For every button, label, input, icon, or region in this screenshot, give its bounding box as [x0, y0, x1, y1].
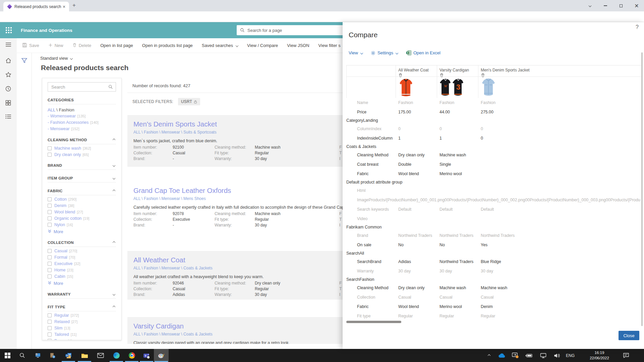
volume-icon[interactable] — [552, 349, 562, 362]
taskbar-chrome-icon[interactable] — [124, 349, 139, 362]
checkbox[interactable] — [48, 326, 52, 330]
checkbox[interactable] — [48, 274, 52, 278]
facet-more-link[interactable]: More — [48, 229, 116, 234]
action-view-filter-s[interactable]: View filter s — [318, 43, 341, 48]
checkbox[interactable] — [48, 313, 52, 317]
battery-icon[interactable] — [524, 349, 534, 362]
notifications-icon[interactable] — [620, 349, 632, 362]
vertical-scrollbar[interactable] — [641, 52, 643, 326]
cast-screen-icon[interactable] — [510, 349, 520, 362]
facet-option[interactable]: Cotton[290] — [48, 197, 116, 202]
facet-option[interactable]: Regular[372] — [48, 313, 116, 318]
category-link[interactable]: - Fashion Accessories[140] — [48, 120, 116, 125]
checkbox[interactable] — [48, 146, 52, 150]
favorites-star-icon[interactable] — [5, 72, 11, 78]
taskbar-edge-icon[interactable] — [109, 349, 124, 362]
onedrive-icon[interactable] — [497, 349, 507, 362]
checkbox[interactable] — [48, 268, 52, 272]
home-icon[interactable] — [5, 58, 11, 64]
facet-option[interactable]: Machine wash[362] — [48, 146, 116, 151]
action-new[interactable]: New — [48, 43, 63, 48]
network-icon[interactable] — [538, 349, 548, 362]
action-saved-searches[interactable]: Saved searches — [202, 43, 238, 48]
modules-list-icon[interactable] — [5, 114, 11, 120]
tray-chevron-up-icon[interactable] — [485, 349, 493, 362]
facet-option[interactable]: Formal[70] — [48, 255, 116, 260]
facet-option[interactable]: Relaxed[27] — [48, 319, 116, 324]
facet-option[interactable]: Executive[32] — [48, 261, 116, 266]
filter-funnel-icon[interactable] — [21, 57, 27, 64]
nav-hamburger-icon[interactable] — [5, 42, 11, 48]
facet-option[interactable]: Tailored[11] — [48, 332, 116, 337]
checkbox[interactable] — [48, 197, 52, 201]
view-menu-button[interactable]: View — [349, 50, 363, 55]
facet-option[interactable]: Wool blend[27] — [48, 210, 116, 214]
taskbar-paint-icon[interactable] — [154, 349, 169, 362]
facet-option[interactable]: Slim[13] — [48, 326, 116, 330]
action-view-compare[interactable]: View / Compare — [247, 43, 278, 48]
facet-option[interactable]: Denim[38] — [48, 203, 116, 208]
taskbar-search-icon[interactable] — [15, 349, 30, 362]
workspaces-icon[interactable] — [5, 100, 11, 106]
taskbar-admin-tools-icon[interactable] — [31, 349, 45, 362]
facet-option[interactable]: Dry clean only[65] — [48, 152, 116, 157]
taskbar-mail-icon[interactable] — [93, 349, 108, 362]
taskbar-clock[interactable]: 16:19 22/06/2022 — [584, 350, 615, 361]
filter-chip[interactable]: USRT — [178, 98, 200, 105]
checkbox[interactable] — [48, 210, 52, 214]
facet-section-header[interactable]: FIT TYPE — [48, 305, 116, 311]
help-icon[interactable]: ? — [636, 24, 639, 30]
facet-option[interactable]: Home[23] — [48, 268, 116, 272]
app-title[interactable]: Finance and Operations — [21, 28, 72, 33]
language-indicator[interactable]: ENG — [565, 349, 576, 362]
close-button[interactable]: Close — [619, 331, 639, 340]
facet-option[interactable]: Nylon[16] — [48, 222, 116, 227]
action-save[interactable]: Save — [22, 43, 39, 49]
taskbar-server-icon[interactable] — [45, 349, 60, 362]
recent-clock-icon[interactable] — [5, 86, 11, 92]
facet-option[interactable]: Organic cotton[19] — [48, 216, 116, 221]
checkbox[interactable] — [48, 332, 52, 337]
checkbox[interactable] — [48, 262, 52, 266]
facet-section-header[interactable]: BRAND — [48, 163, 116, 170]
window-close-button[interactable]: ✕ — [630, 0, 643, 11]
taskbar-outlook-icon[interactable]: O — [61, 349, 76, 362]
taskbar-teams-icon[interactable]: T — [139, 349, 154, 362]
facet-option[interactable]: Baggy[4] — [48, 339, 116, 340]
facet-section-header[interactable]: WARRANTY — [48, 292, 116, 299]
category-root[interactable]: ALL \ Fashion — [48, 107, 116, 112]
tab-search-chevron-icon[interactable] — [583, 0, 597, 11]
view-selector[interactable]: Standard view — [40, 56, 72, 61]
open-in-excel-button[interactable]: X Open in Excel — [406, 50, 441, 55]
checkbox[interactable] — [48, 216, 52, 220]
action-open-in-list-page[interactable]: Open in list page — [100, 43, 133, 48]
facet-section-header[interactable]: ITEM GROUP — [48, 176, 116, 183]
window-maximize-button[interactable] — [614, 0, 628, 11]
checkbox[interactable] — [48, 255, 52, 259]
start-button[interactable] — [0, 349, 15, 362]
app-launcher-waffle-icon[interactable] — [6, 27, 12, 33]
action-open-in-products-list-page[interactable]: Open in products list page — [142, 43, 193, 48]
taskbar-file-explorer-icon[interactable] — [77, 349, 92, 362]
action-view-json[interactable]: View JSON — [287, 43, 309, 48]
checkbox[interactable] — [48, 153, 52, 157]
checkbox[interactable] — [48, 223, 52, 227]
checkbox[interactable] — [48, 339, 52, 340]
action-delete[interactable]: Delete — [72, 43, 92, 48]
category-link[interactable]: - Womenswear[135] — [48, 114, 116, 119]
tab-close-icon[interactable]: × — [63, 4, 65, 9]
facet-section-header[interactable]: FABRIC — [48, 189, 116, 195]
horizontal-scrollbar[interactable] — [346, 321, 401, 323]
facet-search-input[interactable] — [51, 84, 108, 90]
facet-option[interactable]: Casual[270] — [48, 249, 116, 253]
checkbox[interactable] — [48, 320, 52, 324]
new-tab-button[interactable]: + — [72, 2, 76, 9]
facet-section-header[interactable]: CLEANING METHOD — [48, 138, 116, 144]
facet-more-link[interactable]: More — [48, 281, 116, 286]
checkbox[interactable] — [48, 204, 52, 208]
facet-option[interactable]: Cabin[15] — [48, 274, 116, 279]
browser-tab[interactable]: Released products search -- Fina × — [3, 2, 69, 11]
window-minimize-button[interactable] — [599, 0, 612, 11]
checkbox[interactable] — [48, 249, 52, 253]
settings-menu-button[interactable]: Settings — [371, 50, 398, 55]
